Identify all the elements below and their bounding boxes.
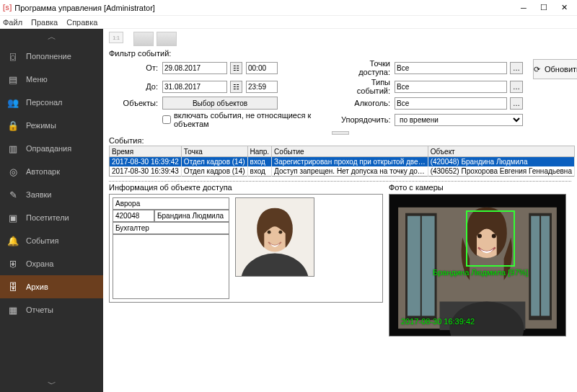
col-time[interactable]: Время [110, 146, 182, 157]
access-points-browse[interactable]: … [510, 62, 523, 74]
sidebar-item-target[interactable]: ◎Автопарк [0, 160, 103, 183]
info-title: Информация об объекте доступа [109, 183, 383, 192]
col-point[interactable]: Точка [181, 146, 247, 157]
from-time-input[interactable] [246, 62, 278, 74]
doc-icon: ▥ [7, 143, 19, 154]
app-icon: [s] [3, 4, 12, 12]
to-date-picker[interactable]: ☷ [230, 81, 242, 93]
archive-icon: 🗄 [7, 281, 19, 293]
alcohol-browse[interactable]: … [510, 97, 523, 110]
sidebar-item-report[interactable]: ▦Отчеты [0, 298, 103, 321]
lock-icon: 🔒 [7, 120, 19, 131]
sidebar-item-label: События [26, 236, 58, 245]
include-unrelated-checkbox[interactable] [162, 115, 171, 124]
sidebar-item-archive[interactable]: 🗄Архив [0, 275, 103, 298]
from-date-picker[interactable]: ☷ [230, 62, 242, 74]
info-name[interactable] [154, 210, 229, 222]
table-row[interactable]: 2017-08-30 16:39:42Отдел кадров (14)вход… [110, 157, 575, 167]
window-title: Программа управления [Administrator] [14, 4, 514, 12]
from-label: От: [109, 63, 159, 72]
filter-section-label: Фильтр событий: [109, 49, 571, 58]
face-detection-box [466, 210, 515, 267]
sidebar-item-doc[interactable]: ▥Оправдания [0, 137, 103, 160]
alcohol-input[interactable] [395, 97, 507, 110]
maximize-button[interactable]: ☐ [534, 1, 554, 15]
divider [109, 181, 571, 182]
table-row[interactable]: 2017-08-30 16:39:43Отдел кадров (14)вход… [110, 166, 575, 177]
sidebar-item-label: Охрана [26, 259, 53, 268]
col-event[interactable]: Событие [272, 146, 428, 157]
sidebar-item-label: Оправдания [26, 144, 71, 153]
card-icon: ⌼ [7, 50, 19, 62]
svg-point-3 [268, 231, 271, 234]
report-icon: ▦ [7, 304, 19, 316]
camera-frame: Брандина Людмила [97%] 2017-08-30 16:39:… [389, 194, 566, 337]
access-points-label: Точки доступа: [341, 59, 392, 76]
menu-help[interactable]: Справка [66, 18, 97, 27]
shield-icon: ⛨ [7, 258, 19, 270]
sidebar-item-label: Автопарк [26, 167, 60, 176]
sidebar-item-card[interactable]: ⌼Пополнение [0, 45, 103, 68]
close-button[interactable]: ✕ [554, 1, 574, 15]
content-area: 1:1 Фильтр событий: От: ☷ Точки доступа:… [103, 29, 577, 392]
alcohol-label: Алкоголь: [341, 99, 392, 107]
objects-label: Объекты: [109, 99, 159, 107]
sidebar-item-note[interactable]: ✎Заявки [0, 183, 103, 206]
to-label: До: [109, 82, 159, 91]
info-badge[interactable] [113, 210, 154, 222]
svg-rect-8 [408, 216, 420, 316]
refresh-button[interactable]: ⟳ Обновить [533, 59, 577, 79]
from-date-input[interactable] [162, 62, 227, 74]
refresh-icon: ⟳ [534, 65, 540, 74]
sidebar-item-label: Архив [26, 282, 48, 291]
sidebar-item-shield[interactable]: ⛨Охрана [0, 252, 103, 275]
sidebar-item-people[interactable]: 👥Персонал [0, 91, 103, 114]
sidebar-item-label: Пополнение [26, 52, 71, 61]
sidebar-item-label: Меню [26, 75, 48, 84]
sidebar-item-bell[interactable]: 🔔События [0, 229, 103, 252]
events-section-label: События: [109, 136, 571, 145]
minimize-button[interactable]: ─ [514, 1, 534, 15]
clipboard-icon: ▤ [7, 74, 19, 85]
col-dir[interactable]: Напр. [247, 146, 272, 157]
sidebar-item-label: Посетители [26, 213, 69, 222]
thumb-mode[interactable]: 1:1 [109, 32, 123, 43]
sidebar-item-clipboard[interactable]: ▤Меню [0, 68, 103, 91]
info-memo[interactable] [113, 234, 229, 299]
sidebar-item-badge[interactable]: ▣Посетители [0, 206, 103, 229]
order-select[interactable]: по времени [395, 114, 523, 126]
event-types-input[interactable] [395, 81, 507, 93]
thumb-preview-1[interactable] [133, 32, 154, 46]
titlebar: [s] Программа управления [Administrator]… [0, 0, 577, 16]
thumb-preview-2[interactable] [157, 32, 177, 46]
sidebar-collapse-down[interactable]: ﹀ [0, 376, 103, 392]
event-types-label: Типы событий: [341, 78, 392, 95]
camera-title: Фото с камеры [389, 183, 571, 192]
objects-select-button[interactable]: Выбор объектов [162, 97, 278, 110]
svg-point-4 [278, 231, 282, 234]
target-icon: ◎ [7, 166, 19, 177]
include-unrelated-label: включать события, не относящиеся к объек… [174, 111, 338, 128]
sidebar-item-lock[interactable]: 🔒Режимы [0, 114, 103, 137]
order-label: Упорядочить: [341, 115, 392, 124]
to-time-input[interactable] [246, 81, 278, 93]
col-object[interactable]: Объект [428, 146, 574, 157]
events-table: Время Точка Напр. Событие Объект 2017-08… [109, 146, 575, 177]
info-company[interactable] [113, 197, 229, 210]
sidebar-item-label: Отчеты [26, 306, 53, 314]
info-position[interactable] [113, 222, 229, 234]
svg-rect-9 [422, 216, 435, 316]
splitter-top[interactable] [109, 130, 571, 135]
sidebar-collapse-up[interactable]: ︿ [0, 29, 103, 45]
menu-file[interactable]: Файл [3, 18, 22, 27]
camera-timestamp: 2017-08-30 16:39:42 [401, 317, 475, 326]
badge-icon: ▣ [7, 212, 19, 223]
access-points-input[interactable] [395, 62, 507, 74]
menu-edit[interactable]: Правка [31, 18, 58, 27]
to-date-input[interactable] [162, 81, 227, 93]
event-types-browse[interactable]: … [510, 81, 523, 93]
people-icon: 👥 [7, 97, 19, 108]
info-photo [235, 197, 314, 277]
sidebar-item-label: Заявки [26, 190, 52, 199]
note-icon: ✎ [7, 189, 19, 200]
